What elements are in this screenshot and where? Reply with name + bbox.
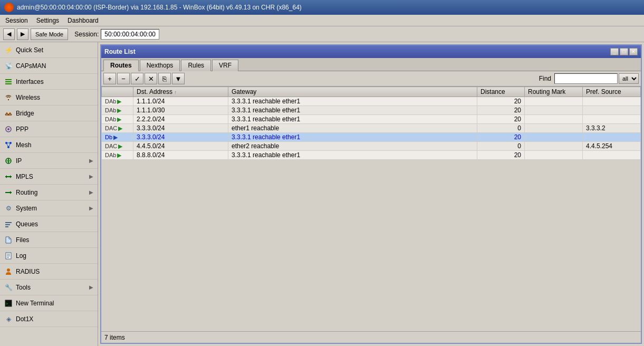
sidebar-item-bridge[interactable]: Bridge bbox=[0, 105, 98, 121]
title-bar-text: admin@50:00:00:04:00:00 (ISP-Border) via… bbox=[17, 4, 302, 11]
sidebar-item-ppp[interactable]: PPP bbox=[0, 121, 98, 137]
sidebar-item-radius[interactable]: RADIUS bbox=[0, 264, 98, 280]
items-count: 7 items bbox=[104, 334, 125, 341]
table-header-row: Dst. Address ↑ Gateway Distance Routing … bbox=[102, 87, 641, 97]
filter-route-button[interactable]: ▼ bbox=[172, 73, 185, 84]
window-toolbar: + − ✓ ✕ ⎘ ▼ Find all bbox=[101, 71, 641, 86]
sidebar-item-interfaces[interactable]: Interfaces bbox=[0, 74, 98, 90]
cell-pref-source bbox=[583, 133, 641, 142]
route-arrow: ▶ bbox=[117, 107, 121, 114]
col-distance[interactable]: Distance bbox=[477, 87, 525, 97]
sidebar-label-log: Log bbox=[16, 252, 93, 260]
cross-route-button[interactable]: ✕ bbox=[145, 73, 157, 84]
col-pref-source[interactable]: Pref. Source bbox=[583, 87, 641, 97]
sidebar-item-system[interactable]: ⚙ System ▶ bbox=[0, 200, 98, 216]
cell-pref-source bbox=[583, 115, 641, 124]
col-flags bbox=[102, 87, 133, 97]
svg-marker-16 bbox=[5, 175, 7, 178]
flags-text: DAb bbox=[105, 98, 116, 104]
sidebar-item-mpls[interactable]: MPLS ▶ bbox=[0, 169, 98, 185]
svg-text:>_: >_ bbox=[6, 302, 11, 306]
sidebar-label-system: System bbox=[16, 205, 86, 212]
col-gateway[interactable]: Gateway bbox=[228, 87, 477, 97]
table-row[interactable]: DAb ▶ 1.1.1.0/24 3.3.3.1 reachable ether… bbox=[102, 97, 641, 106]
cell-dst: 1.1.1.0/24 bbox=[133, 97, 228, 106]
tools-expand-arrow: ▶ bbox=[89, 284, 93, 290]
check-route-button[interactable]: ✓ bbox=[131, 73, 143, 84]
menu-settings[interactable]: Settings bbox=[33, 16, 62, 25]
route-list-window: Route List _ □ ✕ Routes Nexthops Rules V… bbox=[100, 44, 642, 344]
sidebar-item-tools[interactable]: 🔧 Tools ▶ bbox=[0, 280, 98, 295]
cell-flags: DAC ▶ bbox=[102, 124, 133, 133]
sidebar: ⚡ Quick Set 📡 CAPsMAN Interfaces Wireles… bbox=[0, 42, 98, 346]
sidebar-item-dot1x[interactable]: ◈ Dot1X bbox=[0, 311, 98, 327]
table-row[interactable]: DAb ▶ 8.8.8.0/24 3.3.3.1 reachable ether… bbox=[102, 151, 641, 160]
find-input[interactable] bbox=[554, 73, 618, 84]
find-label: Find bbox=[539, 75, 551, 82]
ip-icon bbox=[4, 157, 13, 165]
table-row[interactable]: Db ▶ 3.3.3.0/24 3.3.3.1 reachable ether1… bbox=[102, 133, 641, 142]
tab-nexthops[interactable]: Nexthops bbox=[140, 60, 180, 71]
route-table-body: DAb ▶ 1.1.1.0/24 3.3.3.1 reachable ether… bbox=[102, 97, 641, 160]
app-toolbar: ◀ ▶ Safe Mode Session: 50:00:00:04:00:00 bbox=[0, 26, 644, 42]
routing-icon bbox=[4, 188, 13, 197]
flags-text: DAb bbox=[105, 116, 116, 122]
ppp-icon bbox=[4, 125, 13, 133]
cell-dst: 2.2.2.0/24 bbox=[133, 115, 228, 124]
sidebar-item-routing[interactable]: Routing ▶ bbox=[0, 185, 98, 200]
col-routing-mark[interactable]: Routing Mark bbox=[525, 87, 583, 97]
terminal-icon: >_ bbox=[4, 299, 13, 307]
cell-dst: 4.4.5.0/24 bbox=[133, 142, 228, 151]
cell-distance: 0 bbox=[477, 142, 525, 151]
window-maximize-button[interactable]: □ bbox=[620, 48, 628, 55]
sidebar-item-ip[interactable]: IP ▶ bbox=[0, 153, 98, 169]
back-button[interactable]: ◀ bbox=[3, 28, 15, 40]
table-row[interactable]: DAC ▶ 4.4.5.0/24 ether2 reachable 0 4.4.… bbox=[102, 142, 641, 151]
table-row[interactable]: DAC ▶ 3.3.3.0/24 ether1 reachable 0 3.3.… bbox=[102, 124, 641, 133]
window-titlebar: Route List _ □ ✕ bbox=[101, 45, 641, 58]
cell-gateway: 3.3.3.1 reachable ether1 bbox=[228, 115, 477, 124]
route-arrow: ▶ bbox=[113, 134, 118, 141]
table-row[interactable]: DAb ▶ 1.1.1.0/30 3.3.3.1 reachable ether… bbox=[102, 106, 641, 115]
sidebar-item-wireless[interactable]: Wireless bbox=[0, 90, 98, 105]
mpls-icon bbox=[4, 172, 13, 181]
tab-vrf[interactable]: VRF bbox=[212, 60, 238, 71]
forward-button[interactable]: ▶ bbox=[17, 28, 28, 40]
cell-distance: 20 bbox=[477, 151, 525, 160]
copy-route-button[interactable]: ⎘ bbox=[158, 73, 171, 84]
cell-routing-mark bbox=[525, 124, 583, 133]
sidebar-item-capsman[interactable]: 📡 CAPsMAN bbox=[0, 58, 98, 74]
flags-text: DAC bbox=[105, 125, 117, 131]
sidebar-item-queues[interactable]: Queues bbox=[0, 216, 98, 232]
cell-distance: 20 bbox=[477, 115, 525, 124]
cell-flags: DAb ▶ bbox=[102, 106, 133, 115]
window-close-button[interactable]: ✕ bbox=[629, 48, 638, 55]
cell-gateway: ether2 reachable bbox=[228, 142, 477, 151]
sidebar-item-quick-set[interactable]: ⚡ Quick Set bbox=[0, 42, 98, 58]
cell-routing-mark bbox=[525, 115, 583, 124]
svg-line-11 bbox=[8, 143, 11, 147]
svg-marker-15 bbox=[10, 175, 12, 178]
route-table: Dst. Address ↑ Gateway Distance Routing … bbox=[101, 86, 641, 160]
table-row[interactable]: DAb ▶ 2.2.2.0/24 3.3.3.1 reachable ether… bbox=[102, 115, 641, 124]
sidebar-item-log[interactable]: Log bbox=[0, 248, 98, 264]
window-title: Route List bbox=[104, 48, 136, 55]
quick-set-icon: ⚡ bbox=[4, 46, 13, 54]
safe-mode-button[interactable]: Safe Mode bbox=[31, 28, 68, 40]
files-icon bbox=[4, 236, 13, 244]
radius-icon bbox=[4, 267, 13, 276]
sidebar-item-new-terminal[interactable]: >_ New Terminal bbox=[0, 295, 98, 311]
window-minimize-button[interactable]: _ bbox=[610, 48, 619, 55]
remove-route-button[interactable]: − bbox=[117, 73, 130, 84]
add-route-button[interactable]: + bbox=[103, 73, 116, 84]
sidebar-label-interfaces: Interfaces bbox=[16, 78, 93, 85]
tab-routes[interactable]: Routes bbox=[103, 60, 139, 71]
menu-session[interactable]: Session bbox=[2, 16, 31, 25]
cell-gateway: ether1 reachable bbox=[228, 124, 477, 133]
tab-rules[interactable]: Rules bbox=[181, 60, 211, 71]
menu-dashboard[interactable]: Dashboard bbox=[64, 16, 102, 25]
sidebar-item-mesh[interactable]: Mesh bbox=[0, 137, 98, 153]
sidebar-item-files[interactable]: Files bbox=[0, 232, 98, 248]
find-select[interactable]: all bbox=[619, 73, 639, 84]
col-dst-address[interactable]: Dst. Address ↑ bbox=[133, 87, 228, 97]
